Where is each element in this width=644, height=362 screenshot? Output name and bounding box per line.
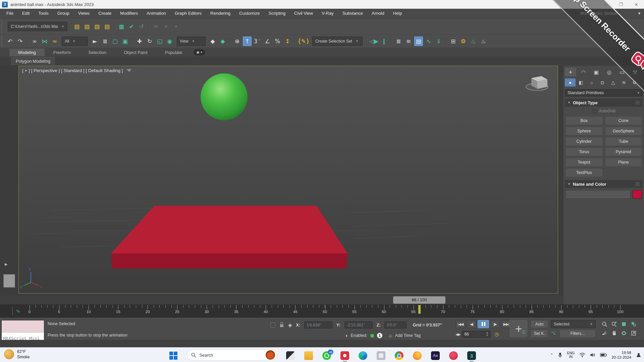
viewport-layout-arrow[interactable]: ▶ (5, 262, 7, 266)
pause-button[interactable] (478, 320, 489, 328)
current-frame-field[interactable]: 66 ▲▼ (462, 331, 491, 338)
menu-item[interactable]: Help (389, 9, 407, 18)
project-folder-dropdown[interactable]: C:\Users\Yashi...s\3ds Max 2023 ▼ (8, 22, 67, 31)
redo-icon[interactable]: ↷ (16, 37, 24, 46)
primitive-button[interactable]: Pyramid (605, 147, 642, 156)
firefox-icon[interactable] (413, 351, 422, 360)
menu-item[interactable]: Edit (18, 9, 34, 18)
category-space-warps-icon[interactable]: ≋ (619, 78, 629, 86)
paste-icon[interactable]: ＋ (162, 22, 170, 31)
ribbon-tab[interactable]: Populate (156, 49, 191, 56)
menu-item[interactable]: Civil View (290, 9, 317, 18)
time-slider-handle[interactable]: 66 / 100 (393, 296, 445, 304)
perspective-viewport[interactable]: z x y [ + ] [ Perspective ] [ Standard ]… (18, 66, 558, 294)
cut-icon[interactable]: ✂ (152, 22, 160, 31)
menu-item[interactable]: File (2, 9, 18, 18)
snaps-toggle-icon[interactable]: 3⌒ (253, 37, 262, 46)
schematic-view-icon[interactable]: ⇓ (434, 37, 443, 46)
key-filter-curve-icon[interactable]: ⌥ (551, 330, 556, 336)
maximize-viewport-icon[interactable] (629, 329, 638, 338)
task-view-icon[interactable] (286, 351, 295, 360)
selection-filter-dropdown[interactable]: All ▼ (62, 37, 88, 46)
zoom-icon[interactable] (600, 320, 609, 328)
window-crossing-icon[interactable]: ▣ (121, 37, 129, 46)
3ds-max-taskbar-icon[interactable]: 3 (467, 351, 476, 360)
save-file-icon[interactable]: ▦ (117, 22, 126, 31)
next-frame-button[interactable]: |▶ (490, 320, 500, 328)
frame-spinner[interactable]: ▲▼ (486, 331, 488, 337)
filter-funnel-icon[interactable] (126, 69, 132, 72)
microphone-icon[interactable] (558, 352, 562, 358)
volume-icon[interactable] (590, 353, 595, 357)
set-keys-button[interactable]: ＋⚿ (509, 319, 528, 338)
tab-utilities[interactable]: ⚒ (629, 68, 641, 76)
close-button[interactable]: ✕ (629, 0, 644, 9)
tab-create[interactable]: ＋ (565, 68, 576, 76)
layer-explorer-icon[interactable]: ≋ (404, 37, 413, 46)
current-frame-marker[interactable] (418, 305, 421, 314)
tab-hierarchy[interactable]: ▣ (591, 68, 602, 76)
pan-view-icon[interactable] (609, 329, 619, 338)
tab-motion[interactable]: ◎ (603, 68, 615, 76)
select-and-move-icon[interactable]: ✚ (135, 37, 144, 46)
render-icon[interactable]: ♨ (479, 37, 488, 46)
whatsapp-icon[interactable]: 40 (322, 351, 331, 360)
track-bar[interactable]: ∿ 05101520253035404550556065707580859095… (0, 304, 644, 318)
red-box-top-face[interactable] (111, 206, 347, 253)
menu-item[interactable]: V-Ray (317, 9, 338, 18)
menu-item[interactable]: Substance (338, 9, 367, 18)
primitive-button[interactable]: GeoSphere (605, 127, 642, 135)
menu-item[interactable]: Animation (142, 9, 170, 18)
scene-health-check-icon[interactable]: ✔ (127, 22, 136, 31)
object-name-field[interactable] (566, 190, 631, 199)
category-cameras-icon[interactable]: ◘ (597, 78, 608, 86)
align-icon[interactable]: ∥ (380, 37, 388, 46)
time-configuration-icon[interactable]: ◷ (492, 329, 501, 339)
bind-to-space-warp-icon[interactable]: ≈ (50, 37, 59, 46)
select-and-link-icon[interactable]: ∞ (30, 37, 39, 46)
menu-item[interactable]: Create (94, 9, 116, 18)
rendered-frame-window-icon[interactable]: ♨ (469, 37, 478, 46)
restore-button[interactable]: ❐ (613, 0, 629, 9)
auto-key-button[interactable]: Auto (531, 320, 548, 328)
percent-snap-icon[interactable]: % (273, 37, 282, 46)
set-key-mode-button[interactable]: Set K. (531, 329, 548, 338)
use-pivot-point-center-icon[interactable]: ◆ (208, 37, 217, 46)
primitive-button[interactable]: Tube (605, 137, 642, 146)
selection-lock-icon[interactable] (279, 322, 284, 328)
key-mode-toggle-icon[interactable]: ◀▶ (455, 333, 461, 336)
y-coordinate-field[interactable]: -2'10.381" (344, 321, 373, 328)
itop-recorder-icon[interactable] (449, 351, 458, 360)
menu-item[interactable]: Group (53, 9, 74, 18)
zoom-extents-all-icon[interactable] (629, 320, 638, 328)
time-slider-track[interactable]: 66 / 100 (0, 296, 564, 304)
select-and-scale-icon[interactable]: ◱ (155, 37, 164, 46)
category-lights-icon[interactable]: ☼ (586, 78, 597, 86)
battery-icon[interactable] (600, 353, 607, 357)
name-and-color-rollout[interactable]: ▼ Name and Color (565, 180, 643, 188)
ribbon-config-icon[interactable]: ▣▾ (194, 49, 205, 55)
primitive-button[interactable]: Sphere (566, 127, 603, 135)
category-shapes-icon[interactable]: ◧ (576, 78, 586, 86)
clock-widget[interactable]: 19:58 20-12-2024 (611, 350, 631, 360)
x-coordinate-field[interactable]: 1'6.639" (304, 321, 332, 328)
autogrid-checkbox[interactable] (592, 109, 596, 113)
edit-named-selection-sets-icon[interactable]: {✎} (298, 37, 310, 46)
green-sphere[interactable] (201, 73, 248, 120)
import-scene-icon[interactable]: ▤ (103, 22, 111, 31)
undo-icon[interactable]: ↶ (6, 37, 14, 46)
toolbar-grip[interactable] (1, 36, 4, 46)
search-highlight-image[interactable] (266, 350, 275, 360)
language-indicator[interactable]: ENG IN (567, 351, 575, 359)
edge-icon[interactable] (359, 351, 367, 360)
after-effects-icon[interactable]: Ae (431, 351, 440, 360)
tab-display[interactable]: ▭ (616, 68, 628, 76)
use-selection-center-icon[interactable]: ◆ (218, 37, 227, 46)
pinned-app-icon[interactable] (377, 351, 385, 360)
notifications-icon[interactable] (636, 352, 641, 358)
zoom-extents-icon[interactable] (619, 320, 628, 328)
screen-recorder-icon[interactable] (340, 351, 349, 360)
workspaces-dropdown[interactable]: Workspaces: Default ▼ (580, 9, 641, 18)
open-scene-icon[interactable]: ▤ (93, 22, 101, 31)
go-to-start-button[interactable]: |◀◀ (455, 320, 466, 328)
